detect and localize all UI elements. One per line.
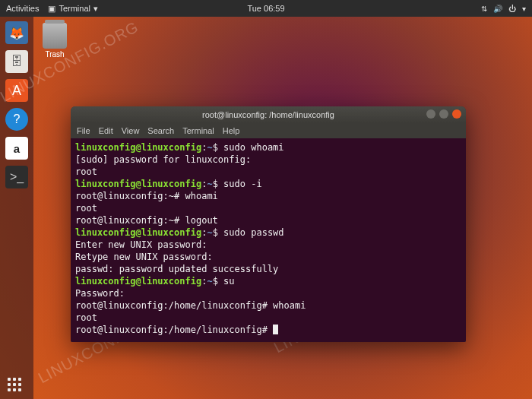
dock: 🦊 🗄 A ? a >_ [0,17,33,399]
menu-view[interactable]: View [122,126,140,135]
close-button[interactable] [452,109,461,119]
terminal-line: root@linuxconfig:/home/linuxconfig# [75,324,461,336]
menu-search[interactable]: Search [147,126,174,135]
terminal-line: root [75,166,461,178]
software-icon[interactable]: A [5,79,28,102]
desktop: Activities ▣ Terminal ▾ Tue 06:59 ⇅ 🔊 ⏻ … [0,0,532,399]
terminal-line: root [75,202,461,214]
terminal-window[interactable]: root@linuxconfig: /home/linuxconfig File… [71,106,466,342]
top-panel: Activities ▣ Terminal ▾ Tue 06:59 ⇅ 🔊 ⏻ … [0,0,532,17]
maximize-button[interactable] [439,109,448,119]
terminal-line: linuxconfig@linuxconfig:~$ sudo whoami [75,141,461,154]
window-title: root@linuxconfig: /home/linuxconfig [202,110,334,119]
chevron-down-icon[interactable]: ▾ [522,5,526,13]
power-icon[interactable]: ⏻ [508,5,516,13]
clock[interactable]: Tue 06:59 [247,4,284,13]
app-menu[interactable]: ▣ Terminal ▾ [48,4,98,14]
show-apps-button[interactable] [8,378,21,391]
app-menu-label: Terminal [59,4,90,13]
network-icon[interactable]: ⇅ [481,5,487,13]
terminal-line: root@linuxconfig:/home/linuxconfig# whoa… [75,299,461,312]
trash-label: Trash [43,50,67,59]
menubar: File Edit View Search Terminal Help [71,123,466,138]
menu-file[interactable]: File [77,126,90,135]
firefox-icon[interactable]: 🦊 [5,21,28,44]
help-icon[interactable]: ? [5,108,28,131]
terminal-line: Retype new UNIX password: [75,251,461,263]
terminal-body[interactable]: linuxconfig@linuxconfig:~$ sudo whoami[s… [71,138,466,342]
terminal-launcher-icon[interactable]: >_ [5,166,28,188]
amazon-icon[interactable]: a [5,137,28,160]
terminal-line: root [75,312,461,324]
minimize-button[interactable] [426,109,435,119]
terminal-line: root@linuxconfig:~# whoami [75,190,461,202]
menu-help[interactable]: Help [223,126,240,135]
terminal-line: linuxconfig@linuxconfig:~$ su [75,275,461,287]
trash-desktop-icon[interactable]: Trash [43,23,67,59]
terminal-line: linuxconfig@linuxconfig:~$ sudo passwd [75,226,461,239]
menu-edit[interactable]: Edit [99,126,113,135]
terminal-line: Enter new UNIX password: [75,239,461,251]
chevron-down-icon: ▾ [93,4,98,14]
trash-icon [43,23,67,49]
terminal-line: Password: [75,287,461,299]
activities-button[interactable]: Activities [6,4,39,13]
terminal-icon: ▣ [48,4,55,14]
files-icon[interactable]: 🗄 [5,50,28,73]
cursor [273,325,278,334]
terminal-line: passwd: password updated successfully [75,263,461,275]
window-titlebar[interactable]: root@linuxconfig: /home/linuxconfig [71,106,466,123]
terminal-line: [sudo] password for linuxconfig: [75,154,461,166]
terminal-line: linuxconfig@linuxconfig:~$ sudo -i [75,178,461,190]
menu-terminal[interactable]: Terminal [182,126,214,135]
sound-icon[interactable]: 🔊 [493,5,502,13]
terminal-line: root@linuxconfig:~# logout [75,214,461,226]
